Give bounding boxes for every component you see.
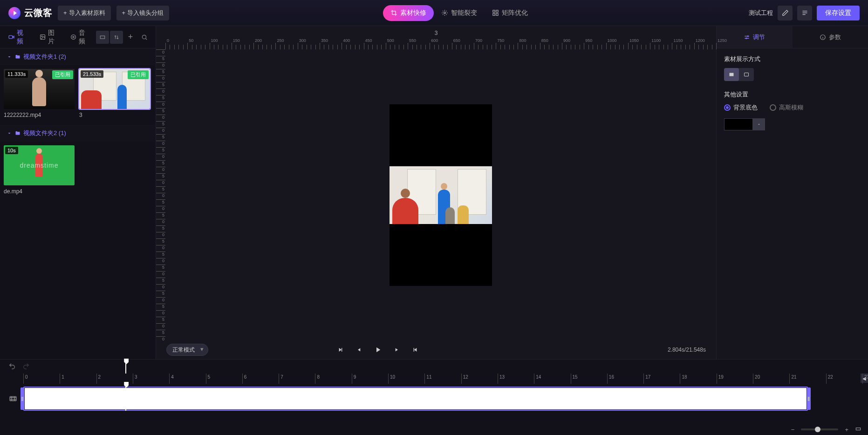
asset-item: dreamstime 10s de.mp4: [4, 145, 75, 195]
zoom-slider[interactable]: [801, 428, 838, 430]
goto-end-button[interactable]: [411, 346, 419, 354]
mode-smart-split[interactable]: 智能裂变: [434, 5, 485, 21]
track-lane[interactable]: || ||: [23, 387, 862, 411]
radio-bg-color[interactable]: 背景底色: [724, 103, 758, 112]
tab-video[interactable]: 视频: [3, 26, 34, 48]
add-tool-button[interactable]: +: [124, 31, 137, 44]
sort-icon: [113, 34, 120, 41]
clip-handle-left[interactable]: ||: [21, 387, 24, 410]
sparkle-icon: [441, 9, 448, 16]
crop-icon: [390, 9, 397, 16]
stage[interactable]: [165, 49, 716, 340]
folder-head-2[interactable]: 视频文件夹2 (1): [0, 125, 156, 142]
fill-icon: [728, 72, 735, 77]
radio-gaussian-blur[interactable]: 高斯模糊: [770, 103, 803, 112]
search-icon: [141, 34, 148, 41]
tab-audio-label: 音频: [79, 29, 90, 46]
asset-name: 3: [79, 112, 150, 118]
chevron-down-icon: [7, 54, 12, 60]
layout-button[interactable]: [797, 6, 812, 20]
video-clip[interactable]: || ||: [23, 387, 808, 411]
display-mode-fit[interactable]: [739, 68, 754, 81]
mode-quickfix[interactable]: 素材快修: [383, 5, 434, 21]
video-icon: [8, 34, 14, 41]
redo-button[interactable]: [22, 362, 30, 371]
mode-switcher: 素材快修 智能裂变 矩阵优化: [175, 5, 743, 21]
radio-dot-icon: [770, 104, 776, 111]
timeline-ruler[interactable]: 01234567891011121314151617181920212223: [23, 374, 862, 384]
canvas-panel: 3 05010015020025030035040045050055060065…: [156, 26, 716, 359]
aspect-tool-button[interactable]: [96, 31, 109, 44]
svg-point-7: [41, 36, 42, 37]
svg-point-12: [747, 35, 748, 36]
topbar: 云微客 + 导入素材原料 + 导入镜头分组 素材快修 智能裂变 矩阵优化 测试工…: [0, 0, 868, 26]
playhead[interactable]: [125, 387, 126, 411]
play-button[interactable]: [374, 346, 382, 354]
audio-icon: [70, 34, 76, 41]
import-material-button[interactable]: + 导入素材原料: [58, 6, 111, 20]
logo-text: 云微客: [24, 7, 52, 19]
svg-rect-2: [496, 10, 498, 12]
right-panel-body: 素材展示方式 其他设置 背景底色 高斯模糊: [717, 48, 868, 137]
goto-start-button[interactable]: [336, 346, 345, 354]
mode-matrix-opt[interactable]: 矩阵优化: [485, 5, 535, 21]
undo-icon: [8, 362, 16, 370]
asset-thumb-2[interactable]: 21.533s 已引用: [79, 69, 150, 109]
folder-icon: [15, 130, 21, 136]
search-tool-button[interactable]: [138, 31, 151, 44]
next-frame-button[interactable]: [392, 346, 401, 354]
color-swatch[interactable]: [724, 118, 753, 130]
track-head-video[interactable]: [6, 387, 21, 411]
asset-tabs: 视频 图片 音频 +: [0, 26, 156, 48]
tab-video-label: 视频: [17, 29, 28, 46]
tab-adjust[interactable]: 调节: [717, 26, 793, 48]
properties-panel: 调节 参数 素材展示方式 其他设置 背景底色: [716, 26, 868, 359]
pencil-icon: [782, 9, 789, 16]
svg-rect-16: [745, 73, 749, 76]
other-settings-title: 其他设置: [724, 90, 861, 99]
tab-params[interactable]: 参数: [793, 26, 868, 48]
asset-name: 12222222.mp4: [4, 112, 75, 118]
zoom-in-button[interactable]: +: [845, 426, 848, 433]
ruler-horizontal: 0501001502002503003504004505005506006507…: [165, 40, 716, 49]
chevron-down-icon: [757, 122, 761, 127]
radio-bg-color-label: 背景底色: [733, 103, 758, 112]
timeline-panel: ◀ 01234567891011121314151617181920212223…: [0, 359, 868, 435]
color-dropdown-button[interactable]: [753, 118, 765, 130]
undo-button[interactable]: [8, 362, 16, 371]
app-logo: 云微客: [8, 7, 52, 19]
asset-thumb-3[interactable]: dreamstime 10s: [4, 145, 75, 185]
display-mode-fill[interactable]: [724, 68, 739, 81]
grid-icon: [492, 9, 499, 16]
svg-point-11: [142, 35, 146, 39]
import-material-label: 导入素材原料: [69, 9, 105, 17]
zoom-thumb[interactable]: [815, 427, 820, 432]
watermark-text: dreamstime: [20, 162, 58, 169]
duration-badge: 11.333s: [5, 70, 28, 78]
skip-end-icon: [411, 346, 419, 353]
save-settings-button[interactable]: 保存设置: [817, 6, 860, 20]
canvas-footer: 正常模式 2.804s/21.548s: [156, 340, 716, 359]
clip-handle-right[interactable]: ||: [807, 387, 811, 410]
play-mode-select[interactable]: 正常模式: [166, 344, 208, 356]
image-icon: [40, 34, 46, 41]
tab-params-label: 参数: [829, 33, 841, 41]
asset-thumb-1[interactable]: 11.333s 已引用: [4, 69, 75, 109]
folder-head-1[interactable]: 视频文件夹1 (2): [0, 48, 156, 65]
asset-name: de.mp4: [4, 188, 75, 195]
mode-matrix-label: 矩阵优化: [502, 9, 528, 17]
import-shots-button[interactable]: + 导入镜头分组: [116, 6, 170, 20]
folder-2-name: 视频文件夹2 (1): [23, 129, 66, 137]
prev-frame-button[interactable]: [355, 346, 363, 354]
edit-project-button[interactable]: [778, 6, 793, 20]
svg-point-9: [73, 36, 74, 38]
tab-image[interactable]: 图片: [34, 26, 65, 48]
step-back-icon: [356, 347, 362, 353]
svg-rect-17: [10, 397, 16, 401]
svg-rect-10: [100, 36, 104, 39]
preview-image: [390, 166, 492, 224]
tab-audio[interactable]: 音频: [65, 26, 96, 48]
zoom-out-button[interactable]: −: [791, 426, 795, 433]
sort-tool-button[interactable]: [110, 31, 123, 44]
zoom-fit-button[interactable]: [855, 426, 861, 434]
